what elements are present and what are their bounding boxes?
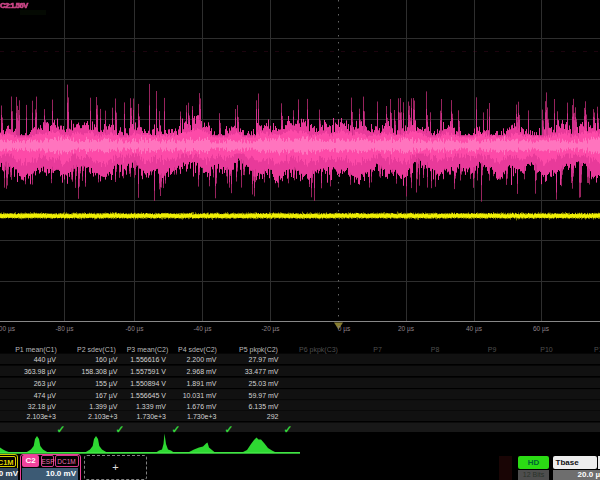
svg-text:✓: ✓ <box>225 423 234 435</box>
svg-text:P5 pkpk(C2): P5 pkpk(C2) <box>239 346 278 354</box>
svg-text:363.98 µV: 363.98 µV <box>24 368 56 376</box>
svg-text:1.730e+3: 1.730e+3 <box>187 413 216 420</box>
svg-text:167 µV: 167 µV <box>95 392 118 400</box>
svg-text:33.477 mV: 33.477 mV <box>245 368 279 375</box>
svg-text:59.97 mV: 59.97 mV <box>249 392 279 399</box>
svg-text:P3 mean(C2): P3 mean(C2) <box>127 346 169 354</box>
svg-text:-20 µs: -20 µs <box>261 325 280 333</box>
svg-text:263 µV: 263 µV <box>34 380 57 388</box>
svg-text:2.200 mV: 2.200 mV <box>187 356 217 363</box>
svg-text:P7: P7 <box>373 346 382 353</box>
svg-text:P11: P11 <box>594 346 600 353</box>
svg-text:P2 sdev(C1): P2 sdev(C1) <box>77 346 116 354</box>
svg-text:160 µV: 160 µV <box>95 356 118 364</box>
svg-text:10.031 mV: 10.031 mV <box>183 392 217 399</box>
svg-text:1.399 µV: 1.399 µV <box>89 403 117 411</box>
svg-text:2.103e+3: 2.103e+3 <box>88 413 117 420</box>
svg-text:2.103e+3: 2.103e+3 <box>27 413 56 420</box>
svg-text:✓: ✓ <box>284 423 293 435</box>
svg-text:1.891 mV: 1.891 mV <box>187 380 217 387</box>
svg-text:P9: P9 <box>488 346 497 353</box>
svg-text:1.556616 V: 1.556616 V <box>130 356 166 363</box>
svg-text:P10: P10 <box>540 346 553 353</box>
svg-text:2.968 mV: 2.968 mV <box>187 368 217 375</box>
svg-text:-100 µs: -100 µs <box>0 325 16 333</box>
svg-text:60 µs: 60 µs <box>533 325 550 333</box>
svg-text:P1 mean(C1): P1 mean(C1) <box>15 346 57 354</box>
svg-text:-60 µs: -60 µs <box>125 325 144 333</box>
svg-text:27.97 mV: 27.97 mV <box>249 356 279 363</box>
svg-text:20 µs: 20 µs <box>398 325 415 333</box>
svg-text:P6 pkpk(C3): P6 pkpk(C3) <box>299 346 338 354</box>
svg-text:158.308 µV: 158.308 µV <box>82 368 118 376</box>
svg-text:292: 292 <box>267 413 279 420</box>
svg-text:474 µV: 474 µV <box>34 392 57 400</box>
svg-text:C2:1.56V: C2:1.56V <box>0 1 28 10</box>
svg-text:✓: ✓ <box>172 423 181 435</box>
svg-text:40 µs: 40 µs <box>466 325 483 333</box>
svg-text:1.676 mV: 1.676 mV <box>187 403 217 410</box>
svg-text:0 µs: 0 µs <box>338 325 351 333</box>
svg-text:✓: ✓ <box>116 423 125 435</box>
svg-text:25.03 mV: 25.03 mV <box>249 380 279 387</box>
svg-text:1.730e+3: 1.730e+3 <box>137 413 166 420</box>
svg-text:P8: P8 <box>431 346 440 353</box>
svg-text:1.339 mV: 1.339 mV <box>136 403 166 410</box>
svg-text:P4 sdev(C2): P4 sdev(C2) <box>178 346 217 354</box>
svg-text:-80 µs: -80 µs <box>55 325 74 333</box>
svg-text:440 µV: 440 µV <box>34 356 57 364</box>
svg-text:1.557591 V: 1.557591 V <box>130 368 166 375</box>
svg-text:1.556645 V: 1.556645 V <box>130 392 166 399</box>
svg-text:6.135 mV: 6.135 mV <box>249 403 279 410</box>
svg-text:1.550894 V: 1.550894 V <box>130 380 166 387</box>
svg-text:32.18 µV: 32.18 µV <box>28 403 56 411</box>
svg-text:-40 µs: -40 µs <box>193 325 212 333</box>
svg-text:✓: ✓ <box>57 423 66 435</box>
svg-text:155 µV: 155 µV <box>95 380 118 388</box>
